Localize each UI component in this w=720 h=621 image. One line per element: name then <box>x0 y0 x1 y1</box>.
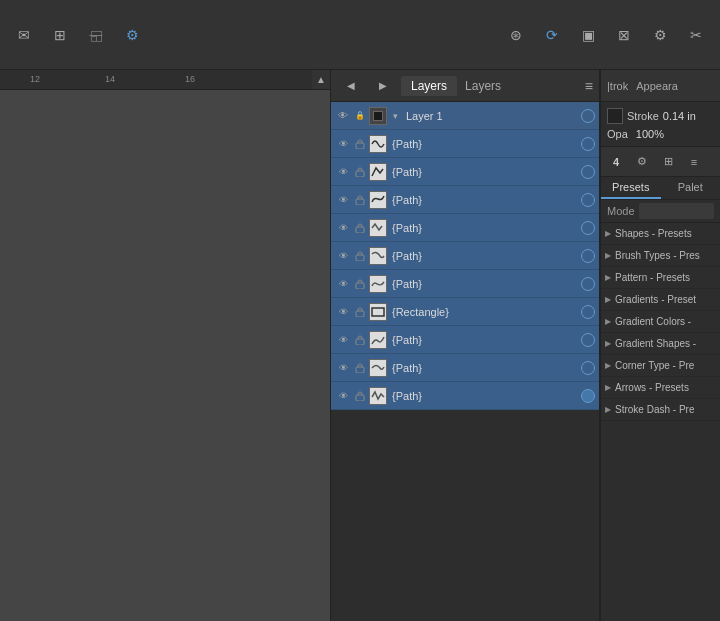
layer-lock-icon[interactable] <box>353 137 367 151</box>
layer-target-circle[interactable] <box>581 193 595 207</box>
layer-row[interactable]: 👁 🔒 ▾ Layer 1 <box>331 102 599 130</box>
layer-row[interactable]: 👁 {Path} <box>331 214 599 242</box>
layer-lock-icon[interactable] <box>353 389 367 403</box>
layer-name: {Path} <box>392 166 579 178</box>
toolbar-settings-icon[interactable]: ⚙ <box>118 21 146 49</box>
scroll-up-arrow[interactable]: ▲ <box>312 70 330 89</box>
layer-visibility-icon[interactable]: 👁 <box>335 276 351 292</box>
presets-gear-icon[interactable]: ⚙ <box>631 151 653 173</box>
layer-lock-icon[interactable] <box>353 305 367 319</box>
preset-item-brush[interactable]: ▶ Brush Types - Pres <box>601 245 720 267</box>
layer-lock-icon[interactable] <box>353 277 367 291</box>
layer-lock-icon[interactable] <box>353 193 367 207</box>
layer-row[interactable]: 👁 {Path} <box>331 326 599 354</box>
tab-layers[interactable]: Layers <box>401 76 457 96</box>
layer-row[interactable]: 👁 {Rectangle} <box>331 298 599 326</box>
layer-target-circle[interactable] <box>581 109 595 123</box>
panel-nav-left[interactable]: ◀ <box>337 72 365 100</box>
toolbar-grid-icon[interactable]: ⊞ <box>46 21 74 49</box>
toolbar-export-icon[interactable]: ✂ <box>682 21 710 49</box>
preset-item-pattern[interactable]: ▶ Pattern - Presets <box>601 267 720 289</box>
layer-lock-icon[interactable] <box>353 249 367 263</box>
preset-item-label: Gradient Shapes - <box>615 338 696 349</box>
layer-visibility-icon[interactable]: 👁 <box>335 332 351 348</box>
layer-target-circle-filled[interactable] <box>581 389 595 403</box>
layer-lock-icon[interactable] <box>353 165 367 179</box>
layer-lock-icon[interactable]: 🔒 <box>353 109 367 123</box>
layer-thumbnail <box>369 163 387 181</box>
preset-item-shapes[interactable]: ▶ Shapes - Presets <box>601 223 720 245</box>
canvas-content[interactable] <box>0 90 330 621</box>
preset-item-label: Corner Type - Pre <box>615 360 694 371</box>
trok-label: |trok <box>607 80 628 92</box>
presets-menu-icon[interactable]: ≡ <box>683 151 705 173</box>
layer-target-circle[interactable] <box>581 137 595 151</box>
layer-expand-icon[interactable]: ▾ <box>389 110 401 122</box>
right-panel-header: |trok Appeara <box>601 70 720 102</box>
layer-visibility-icon[interactable]: 👁 <box>335 108 351 124</box>
layer-name: {Path} <box>392 390 579 402</box>
toolbar-mail-icon[interactable]: ✉ <box>10 21 38 49</box>
preset-item-stroke-dash[interactable]: ▶ Stroke Dash - Pre <box>601 399 720 421</box>
preset-item-arrows[interactable]: ▶ Arrows - Presets <box>601 377 720 399</box>
layer-row[interactable]: 👁 {Path} <box>331 242 599 270</box>
layer-row[interactable]: 👁 {Path} <box>331 270 599 298</box>
layer-visibility-icon[interactable]: 👁 <box>335 304 351 320</box>
mode-row: Mode <box>601 200 720 223</box>
layer-target-circle[interactable] <box>581 249 595 263</box>
layer-target-circle[interactable] <box>581 221 595 235</box>
toolbar-rect-icon[interactable]: ▣ <box>574 21 602 49</box>
preset-item-corner[interactable]: ▶ Corner Type - Pre <box>601 355 720 377</box>
preset-expand-arrow: ▶ <box>605 251 611 260</box>
layer-thumbnail <box>369 275 387 293</box>
layer-target-circle[interactable] <box>581 333 595 347</box>
layer-visibility-icon[interactable]: 👁 <box>335 136 351 152</box>
layer-thumbnail <box>369 387 387 405</box>
layer-visibility-icon[interactable]: 👁 <box>335 164 351 180</box>
layer-target-circle[interactable] <box>581 361 595 375</box>
opacity-label: Opa <box>607 128 628 140</box>
layer-thumbnail <box>369 303 387 321</box>
layer-target-circle[interactable] <box>581 277 595 291</box>
layer-visibility-icon[interactable]: 👁 <box>335 248 351 264</box>
panel-menu-button[interactable]: ≡ <box>585 78 593 94</box>
stroke-color-swatch[interactable] <box>607 108 623 124</box>
presets-grid-icon[interactable]: ⊞ <box>657 151 679 173</box>
layer-target-circle[interactable] <box>581 165 595 179</box>
preset-expand-arrow: ▶ <box>605 295 611 304</box>
preset-item-gradient-colors[interactable]: ▶ Gradient Colors - <box>601 311 720 333</box>
canvas-area: ••• ▲ 12 14 16 <box>0 70 330 621</box>
panel-nav-right[interactable]: ▶ <box>369 72 397 100</box>
layer-row[interactable]: 👁 {Path} <box>331 158 599 186</box>
layer-visibility-icon[interactable]: 👁 <box>335 220 351 236</box>
toolbar-shape-icon[interactable]: ◱ <box>82 21 110 49</box>
tab-palette[interactable]: Palet <box>661 177 721 199</box>
layer-name: {Path} <box>392 250 579 262</box>
preset-item-gradient-shapes[interactable]: ▶ Gradient Shapes - <box>601 333 720 355</box>
layer-row[interactable]: 👁 {Path} <box>331 130 599 158</box>
mode-value[interactable] <box>639 203 714 219</box>
layer-row[interactable]: 👁 {Path} <box>331 382 599 410</box>
preset-item-gradients[interactable]: ▶ Gradients - Preset <box>601 289 720 311</box>
layer-visibility-icon[interactable]: 👁 <box>335 192 351 208</box>
layer-lock-icon[interactable] <box>353 361 367 375</box>
svg-rect-9 <box>356 367 364 373</box>
preset-item-label: Gradient Colors - <box>615 316 691 327</box>
tab-presets[interactable]: Presets <box>601 177 661 199</box>
layer-row[interactable]: 👁 {Path} <box>331 186 599 214</box>
toolbar-doc-icon[interactable]: ⚙ <box>646 21 674 49</box>
layer-row[interactable]: 👁 {Path} <box>331 354 599 382</box>
toolbar-transform-icon[interactable]: ⊠ <box>610 21 638 49</box>
layer-lock-icon[interactable] <box>353 221 367 235</box>
layer-visibility-icon[interactable]: 👁 <box>335 360 351 376</box>
svg-rect-7 <box>372 308 384 316</box>
layer-visibility-icon[interactable]: 👁 <box>335 388 351 404</box>
toolbar-node-icon[interactable]: ⟳ <box>538 21 566 49</box>
layer-lock-icon[interactable] <box>353 333 367 347</box>
layer-thumbnail <box>369 135 387 153</box>
layer-name: {Rectangle} <box>392 306 579 318</box>
presets-number-icon[interactable]: 4 <box>605 151 627 173</box>
toolbar-select-icon[interactable]: ⊛ <box>502 21 530 49</box>
layer-target-circle[interactable] <box>581 305 595 319</box>
appearance-label: Appeara <box>636 80 678 92</box>
